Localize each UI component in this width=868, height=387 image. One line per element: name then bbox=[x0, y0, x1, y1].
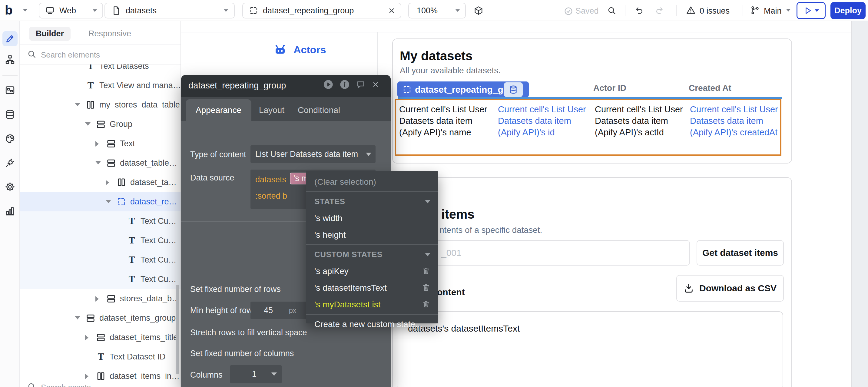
tree-item-text-view-and-mana-[interactable]: TText View and mana… bbox=[20, 76, 181, 95]
tree-item-dataset_items_in-[interactable]: dataset_items_in… bbox=[20, 366, 181, 380]
columns-select[interactable]: 1 bbox=[230, 365, 282, 383]
close-tab-icon[interactable] bbox=[388, 7, 395, 14]
info-icon[interactable] bbox=[340, 79, 349, 89]
stretch-rows-label: Stretch rows to fill vertical space bbox=[190, 328, 307, 337]
sidebar-item-actors[interactable]: Actors bbox=[274, 43, 326, 56]
cell-dynamic-expression[interactable]: Current cell's List User Datasets data i… bbox=[595, 103, 686, 138]
menu-item-clear-selection[interactable]: (Clear selection) bbox=[306, 173, 438, 190]
rail-item-plug[interactable] bbox=[2, 155, 18, 170]
tree-item-text-cu-[interactable]: TText Cu… bbox=[20, 250, 181, 269]
search-elements-placeholder: Search elements bbox=[41, 50, 100, 60]
rail-item-sitemap[interactable] bbox=[2, 52, 18, 67]
tab-responsive[interactable]: Responsive bbox=[88, 29, 131, 38]
collapse-arrow-icon[interactable] bbox=[106, 200, 111, 203]
preview-element-icon[interactable] bbox=[323, 79, 333, 89]
expand-arrow-icon[interactable] bbox=[95, 296, 99, 301]
collapse-arrow-icon[interactable] bbox=[95, 161, 101, 164]
branch-name[interactable]: Main bbox=[764, 6, 782, 16]
preview-button[interactable] bbox=[797, 2, 826, 19]
expand-arrow-icon[interactable] bbox=[85, 374, 88, 379]
logo-menu-chevron-icon[interactable] bbox=[23, 9, 27, 11]
comment-icon[interactable] bbox=[356, 80, 365, 89]
tree-scrollbar[interactable] bbox=[176, 285, 179, 374]
tree-item-group[interactable]: Group bbox=[20, 115, 181, 134]
redo-icon[interactable] bbox=[655, 6, 664, 15]
expand-arrow-icon[interactable] bbox=[106, 180, 109, 185]
property-editor-header[interactable]: dataset_repeating_group bbox=[181, 75, 391, 97]
zoom-dropdown[interactable]: 100% bbox=[408, 3, 466, 19]
tree-item-dataset_table-[interactable]: dataset_table… bbox=[20, 153, 181, 172]
menu-item--s-mydatasetslist[interactable]: 's myDatasetsList bbox=[306, 296, 438, 313]
element-tab[interactable]: dataset_repeating_group bbox=[242, 3, 401, 19]
download-csv-button[interactable]: Download as CSV bbox=[676, 275, 784, 301]
min-height-input[interactable]: 45 bbox=[250, 301, 307, 319]
type-of-content-select[interactable]: List User Datasets data item bbox=[250, 146, 376, 163]
components-icon[interactable] bbox=[474, 6, 483, 15]
datasource-chip[interactable] bbox=[504, 83, 523, 97]
collapse-arrow-icon[interactable] bbox=[85, 122, 91, 126]
branch-chevron-icon[interactable] bbox=[786, 9, 790, 11]
menu-section-custom-states[interactable]: CUSTOM STATES bbox=[306, 246, 438, 263]
tree-item-label: Group bbox=[110, 120, 132, 129]
app-logo[interactable]: b bbox=[5, 3, 13, 18]
rail-item-pencil[interactable] bbox=[2, 31, 18, 46]
tab-conditional[interactable]: Conditional bbox=[284, 105, 354, 115]
rail-item-gear[interactable] bbox=[2, 179, 18, 194]
tree-item-text[interactable]: Text bbox=[20, 134, 181, 153]
get-dataset-items-button[interactable]: Get dataset items bbox=[696, 240, 784, 265]
tree-item-my_stores_data_table[interactable]: my_stores_data_table bbox=[20, 95, 181, 115]
collapse-arrow-icon[interactable] bbox=[75, 316, 80, 320]
tree-item-text-dataset-id[interactable]: TText Dataset ID bbox=[20, 347, 181, 366]
data-source-sort-expression[interactable]: :sorted b bbox=[255, 191, 287, 201]
tab-appearance[interactable]: Appearance bbox=[186, 99, 251, 121]
menu-item--s-height[interactable]: 's height bbox=[306, 226, 438, 243]
tab-builder[interactable]: Builder bbox=[29, 27, 70, 41]
tree-item-stores_data_b-[interactable]: stores_data_b… bbox=[20, 289, 181, 308]
rail-item-palette[interactable] bbox=[2, 131, 18, 146]
dataset-content-box[interactable]: datasets's datasetItemsText bbox=[397, 311, 783, 387]
tree-item-dataset_items_title[interactable]: dataset_items_title bbox=[20, 328, 181, 347]
expand-arrow-icon[interactable] bbox=[95, 141, 99, 147]
undo-icon[interactable] bbox=[635, 6, 644, 15]
dataset-id-input[interactable] bbox=[409, 240, 690, 265]
menu-item-create-custom-state[interactable]: Create a new custom state... bbox=[306, 316, 438, 332]
search-assets-bar[interactable]: Search assets bbox=[20, 380, 181, 387]
menu-item--s-datasetitemstext[interactable]: 's datasetItemsText bbox=[306, 280, 438, 296]
chevron-down-icon[interactable] bbox=[425, 200, 430, 203]
expand-arrow-icon[interactable] bbox=[85, 335, 88, 341]
page-dropdown[interactable]: datasets bbox=[104, 3, 235, 19]
tree-item-text-cu-[interactable]: TText Cu… bbox=[20, 212, 181, 231]
tree-item-dataset_items_group[interactable]: dataset_items_group bbox=[20, 308, 181, 328]
tree-item-dataset_re-[interactable]: dataset_re… bbox=[20, 192, 181, 212]
tree-item-dataset_ta-[interactable]: dataset_ta… bbox=[20, 172, 181, 192]
tree-item-label: Text bbox=[120, 139, 135, 149]
close-panel-icon[interactable] bbox=[372, 81, 379, 88]
cell-dynamic-expression[interactable]: Current cell's List User Datasets data i… bbox=[399, 103, 493, 138]
trash-icon[interactable] bbox=[422, 300, 430, 310]
tree-item-text-datasets[interactable]: TText Datasets bbox=[20, 65, 181, 76]
chevron-down-icon[interactable] bbox=[425, 253, 430, 256]
menu-section-states[interactable]: STATES bbox=[306, 193, 438, 210]
issues-warning-icon[interactable] bbox=[686, 6, 695, 15]
repeating-group-cell-outline[interactable]: Current cell's List User Datasets data i… bbox=[395, 99, 781, 156]
actors-label: Actors bbox=[293, 44, 326, 56]
menu-item--s-width[interactable]: 's width bbox=[306, 210, 438, 226]
rail-item-database[interactable] bbox=[2, 107, 18, 122]
search-elements-bar[interactable]: Search elements bbox=[20, 46, 181, 65]
platform-dropdown[interactable]: Web bbox=[39, 3, 103, 19]
collapse-arrow-icon[interactable] bbox=[75, 103, 80, 106]
tree-item-text-cu-[interactable]: TText Cu… bbox=[20, 231, 181, 250]
issues-count[interactable]: 0 issues bbox=[700, 6, 730, 16]
cell-dynamic-expression-link[interactable]: Current cell's List User Datasets data i… bbox=[690, 103, 783, 138]
canvas-topbar-divider bbox=[181, 32, 851, 32]
cell-dynamic-expression-link[interactable]: Current cell's List User Datasets data i… bbox=[498, 103, 589, 138]
rail-item-widgets[interactable] bbox=[2, 83, 18, 98]
trash-icon[interactable] bbox=[422, 266, 430, 276]
data-source-expression[interactable]: datasets bbox=[255, 175, 286, 185]
rail-item-chart[interactable] bbox=[2, 203, 18, 219]
tree-item-text-cu-[interactable]: TText Cu… bbox=[20, 269, 181, 289]
trash-icon[interactable] bbox=[422, 283, 430, 293]
menu-item--s-apikey[interactable]: 's apiKey bbox=[306, 263, 438, 280]
search-icon[interactable] bbox=[607, 6, 616, 15]
deploy-button[interactable]: Deploy bbox=[831, 2, 866, 19]
